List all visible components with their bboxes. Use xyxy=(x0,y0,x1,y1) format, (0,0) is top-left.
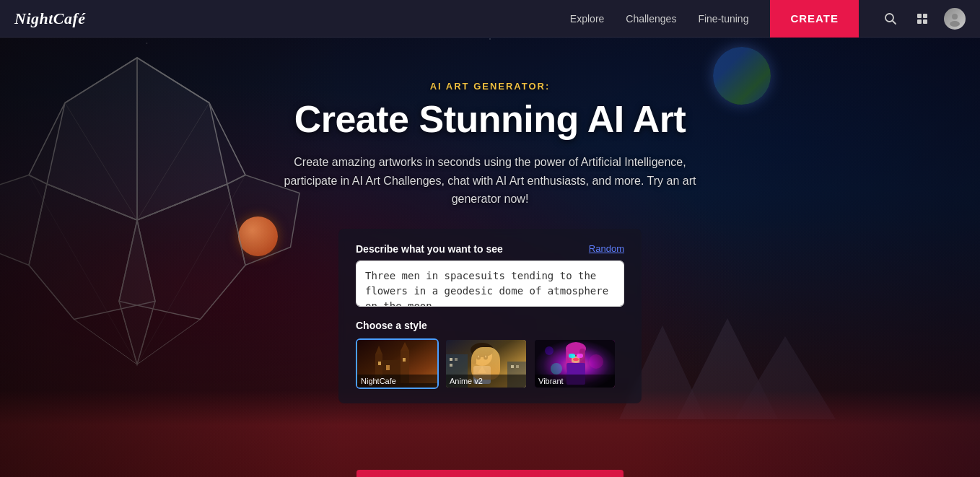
hero-content: AI ART GENERATOR: Create Stunning AI Art… xyxy=(0,38,980,477)
style-nightcafe-label: NightCafe xyxy=(357,375,437,388)
svg-rect-74 xyxy=(577,354,583,358)
style-anime[interactable]: Anime v2 xyxy=(445,338,528,389)
svg-line-1 xyxy=(893,20,896,24)
brand-logo[interactable]: NightCafé xyxy=(14,9,86,28)
svg-point-79 xyxy=(545,346,554,355)
art-generator-form: Describe what you want to see Random Cho… xyxy=(338,229,642,403)
style-grid: NightCafe xyxy=(356,338,624,389)
style-anime-label: Anime v2 xyxy=(446,375,526,388)
navbar: NightCafé Explore Challenges Fine-tuning… xyxy=(0,0,980,38)
create-button[interactable]: CREATE xyxy=(770,0,859,38)
style-label: Choose a style xyxy=(356,320,624,331)
search-icon[interactable] xyxy=(880,9,901,29)
nav-icons xyxy=(880,8,966,30)
svg-rect-2 xyxy=(917,14,922,18)
svg-rect-3 xyxy=(923,14,927,18)
svg-point-53 xyxy=(471,343,494,357)
hero-title: Create Stunning AI Art xyxy=(294,99,686,140)
prompt-input[interactable] xyxy=(356,261,624,307)
svg-point-58 xyxy=(485,355,486,357)
svg-point-80 xyxy=(573,358,579,361)
hero-subtitle: AI ART GENERATOR: xyxy=(430,81,551,92)
svg-rect-5 xyxy=(923,19,927,24)
nav-finetuning[interactable]: Fine-tuning xyxy=(698,13,748,25)
svg-point-7 xyxy=(950,21,960,27)
svg-point-56 xyxy=(484,354,488,359)
svg-rect-67 xyxy=(516,365,519,368)
style-vibrant[interactable]: Vibrant xyxy=(533,338,616,389)
svg-rect-63 xyxy=(450,358,452,361)
svg-rect-48 xyxy=(386,365,390,370)
svg-rect-47 xyxy=(378,362,381,365)
svg-rect-66 xyxy=(511,365,514,368)
svg-point-78 xyxy=(589,354,603,369)
svg-rect-64 xyxy=(455,358,458,361)
svg-marker-60 xyxy=(478,366,486,373)
svg-rect-65 xyxy=(450,364,452,367)
grid-icon[interactable] xyxy=(912,9,932,29)
random-button[interactable]: Random xyxy=(589,243,624,254)
style-vibrant-label: Vibrant xyxy=(535,375,615,388)
navbar-right: Explore Challenges Fine-tuning CREATE xyxy=(570,0,966,38)
nav-explore[interactable]: Explore xyxy=(570,13,604,25)
prompt-label: Describe what you want to see xyxy=(356,243,503,255)
svg-rect-49 xyxy=(403,358,406,362)
svg-point-55 xyxy=(476,354,481,359)
hero-description: Create amazing artworks in seconds using… xyxy=(274,153,706,209)
user-avatar[interactable] xyxy=(944,8,966,30)
svg-rect-73 xyxy=(569,354,575,358)
svg-point-6 xyxy=(952,14,958,19)
create-art-button-hint[interactable] xyxy=(356,470,624,477)
svg-rect-54 xyxy=(472,350,476,364)
nav-challenges[interactable]: Challenges xyxy=(626,13,676,25)
svg-point-77 xyxy=(551,363,562,375)
svg-point-57 xyxy=(478,355,479,357)
hero-section: AI ART GENERATOR: Create Stunning AI Art… xyxy=(0,0,980,477)
svg-rect-4 xyxy=(917,19,922,24)
form-header-row: Describe what you want to see Random xyxy=(356,243,624,255)
style-nightcafe[interactable]: NightCafe xyxy=(356,338,439,389)
